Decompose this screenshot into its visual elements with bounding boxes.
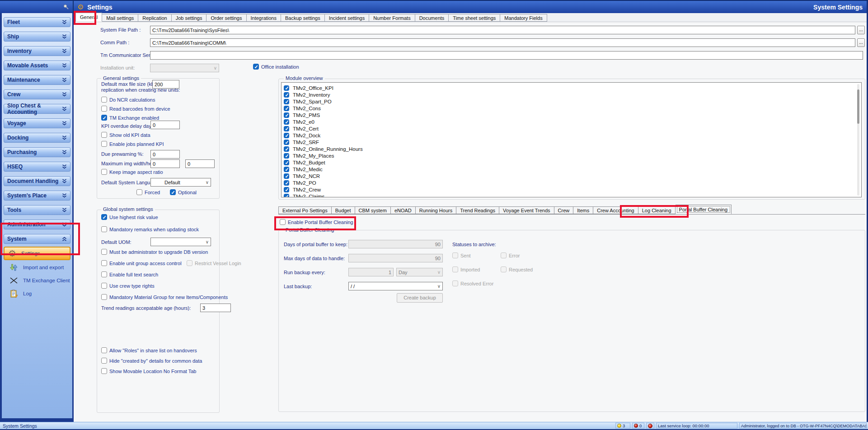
settings-tab[interactable]: Integrations: [247, 14, 281, 22]
module-checkbox[interactable]: [284, 187, 289, 192]
module-list-item[interactable]: TMv2_Inventory: [284, 91, 861, 98]
system-file-path-input[interactable]: [150, 26, 855, 34]
sidebar-section[interactable]: Document Handling: [4, 176, 70, 186]
sidebar-section[interactable]: Purchasing: [4, 147, 70, 157]
module-checkbox[interactable]: [284, 153, 289, 159]
keep-aspect-checkbox[interactable]: [101, 169, 107, 175]
comm-path-browse-button[interactable]: ...: [857, 38, 865, 47]
settings-sub-tab[interactable]: Crew Accounting: [593, 206, 638, 214]
do-ncr-checkbox[interactable]: [101, 97, 107, 103]
module-list-item[interactable]: TMv2_PO: [284, 179, 861, 186]
settings-sub-tab[interactable]: Trend Readings: [456, 206, 499, 214]
module-list-item[interactable]: TMv2_Medic: [284, 166, 861, 173]
comm-path-input[interactable]: [150, 38, 855, 47]
sidebar-section[interactable]: Ship: [4, 32, 70, 42]
module-checkbox[interactable]: [284, 92, 289, 98]
settings-tab[interactable]: Mail settings: [102, 14, 138, 22]
settings-tab[interactable]: Replication: [138, 14, 171, 22]
settings-sub-tab[interactable]: External Po Settings: [278, 206, 332, 214]
sidebar-section[interactable]: Administration: [4, 220, 70, 229]
trend-age-input[interactable]: [200, 304, 231, 312]
settings-tab[interactable]: Mandatory Fields: [500, 14, 547, 22]
module-checkbox[interactable]: [284, 112, 289, 118]
module-checkbox[interactable]: [284, 126, 289, 131]
module-list-item[interactable]: TMv2_Office_KPI: [284, 84, 861, 91]
settings-sub-tab[interactable]: eNOAD: [391, 206, 416, 214]
sidebar-section[interactable]: Movable Assets: [4, 61, 70, 70]
settings-sub-tab[interactable]: Portal Buffer Cleaning: [676, 205, 732, 214]
settings-tab[interactable]: Job settings: [172, 14, 207, 22]
settings-tab[interactable]: Documents: [415, 14, 449, 22]
mandatory-remarks-checkbox[interactable]: [101, 226, 107, 232]
full-text-checkbox[interactable]: [101, 271, 107, 277]
settings-tab[interactable]: Order settings: [206, 14, 246, 22]
enable-jobs-planned-checkbox[interactable]: [101, 141, 107, 147]
settings-sub-tab[interactable]: Items: [573, 206, 593, 214]
tm-exchange-checkbox[interactable]: [101, 115, 107, 121]
module-checkbox[interactable]: [284, 99, 289, 104]
module-list-item[interactable]: TMv2_e0: [284, 118, 861, 125]
sidebar-section[interactable]: Tools: [4, 205, 70, 215]
module-list-item[interactable]: TMv2_Claims: [284, 193, 861, 197]
show-old-kpi-checkbox[interactable]: [101, 132, 107, 138]
pushpin-icon[interactable]: [63, 4, 69, 10]
enable-portal-buffer-checkbox[interactable]: [280, 219, 286, 225]
module-list-item[interactable]: TMv2_Spart_PO: [284, 98, 861, 105]
language-combo[interactable]: Default ∨: [150, 178, 211, 187]
due-prewarning-input[interactable]: [150, 150, 180, 159]
sidebar-item-import-export[interactable]: Import and export: [4, 262, 70, 273]
module-checkbox[interactable]: [284, 160, 289, 165]
forced-checkbox[interactable]: [136, 189, 142, 195]
sidebar-section[interactable]: Inventory: [4, 46, 70, 56]
use-highest-risk-checkbox[interactable]: [101, 214, 107, 220]
module-checkbox[interactable]: [284, 180, 289, 186]
sidebar-section[interactable]: Fleet: [4, 17, 70, 27]
module-checkbox[interactable]: [284, 133, 289, 138]
module-list-item[interactable]: TMv2_Budget: [284, 159, 861, 166]
must-be-admin-checkbox[interactable]: [101, 249, 107, 255]
settings-tab[interactable]: Time sheet settings: [449, 14, 500, 22]
hide-created-by-checkbox[interactable]: [101, 358, 107, 364]
settings-tab[interactable]: Number Formats: [369, 14, 415, 22]
settings-sub-tab[interactable]: Crew: [554, 206, 574, 214]
optional-checkbox[interactable]: [170, 189, 176, 195]
sidebar-section[interactable]: Crew: [4, 89, 70, 99]
module-list-item[interactable]: TMv2_Cons: [284, 105, 861, 112]
sidebar-section[interactable]: Voyage: [4, 118, 70, 128]
module-list-item[interactable]: TMv2_Crew: [284, 186, 861, 193]
kpi-overdue-input[interactable]: [150, 121, 180, 129]
module-list-item[interactable]: TMv2_Cert: [284, 125, 861, 132]
settings-tab[interactable]: Backup settings: [281, 14, 325, 22]
sidebar-section[interactable]: Slop Chest & Accounting: [4, 104, 70, 114]
sidebar-section[interactable]: Maintenance: [4, 75, 70, 85]
sidebar-item-settings[interactable]: ⚙ Settings: [4, 247, 70, 260]
sidebar-section[interactable]: Docking: [4, 133, 70, 143]
sidebar-section[interactable]: System's Place: [4, 191, 70, 201]
sidebar-section-system[interactable]: System: [4, 234, 70, 244]
max-img-height-input[interactable]: [185, 159, 215, 168]
settings-sub-tab[interactable]: Voyage Event Trends: [499, 206, 554, 214]
settings-tab[interactable]: General: [75, 13, 102, 22]
module-checkbox[interactable]: [284, 167, 289, 172]
module-checkbox[interactable]: [284, 194, 289, 198]
unit-group-access-checkbox[interactable]: [101, 260, 107, 266]
mandatory-material-checkbox[interactable]: [101, 294, 107, 300]
settings-sub-tab[interactable]: Budget: [332, 206, 355, 214]
module-list-item[interactable]: TMv2_NCR: [284, 173, 861, 179]
module-checkbox[interactable]: [284, 85, 289, 91]
module-list-item[interactable]: TMv2_SRF: [284, 139, 861, 145]
module-checkbox[interactable]: [284, 106, 289, 111]
module-checkbox[interactable]: [284, 119, 289, 125]
allow-roles-checkbox[interactable]: [101, 347, 107, 353]
module-list-scrollbar[interactable]: [857, 84, 859, 196]
communicator-ip-input[interactable]: [150, 51, 863, 60]
settings-sub-tab[interactable]: CBM system: [355, 206, 391, 214]
crew-type-rights-checkbox[interactable]: [101, 283, 107, 289]
module-list-item[interactable]: TMv2_Dock: [284, 132, 861, 139]
sidebar-item-log[interactable]: Log: [4, 288, 70, 299]
sidebar-section[interactable]: HSEQ: [4, 162, 70, 172]
last-backup-combo[interactable]: / / ∨: [348, 282, 443, 290]
module-list-item[interactable]: TMv2_PMS: [284, 112, 861, 118]
max-file-size-input[interactable]: [152, 80, 179, 89]
default-uom-combo[interactable]: ∨: [150, 238, 211, 246]
